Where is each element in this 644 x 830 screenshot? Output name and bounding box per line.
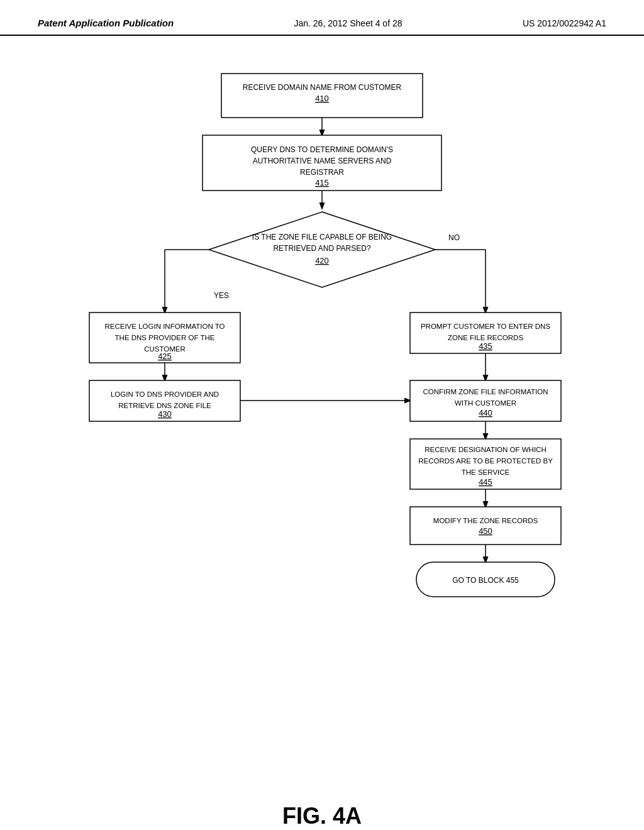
- svg-text:THE DNS PROVIDER OF THE: THE DNS PROVIDER OF THE: [115, 334, 215, 341]
- svg-text:RECEIVE DOMAIN NAME FROM CUSTO: RECEIVE DOMAIN NAME FROM CUSTOMER: [243, 83, 402, 92]
- header-date-sheet: Jan. 26, 2012 Sheet 4 of 28: [294, 18, 402, 28]
- svg-text:PROMPT CUSTOMER TO ENTER DNS: PROMPT CUSTOMER TO ENTER DNS: [421, 323, 551, 330]
- svg-text:440: 440: [479, 408, 492, 418]
- svg-text:GO TO BLOCK 455: GO TO BLOCK 455: [452, 576, 519, 585]
- svg-text:IS THE ZONE FILE CAPABLE OF BE: IS THE ZONE FILE CAPABLE OF BEING: [252, 233, 392, 241]
- flowchart-svg: RECEIVE DOMAIN NAME FROM CUSTOMER 410 QU…: [52, 61, 592, 753]
- svg-text:RECORDS ARE TO BE PROTECTED BY: RECORDS ARE TO BE PROTECTED BY: [418, 457, 553, 465]
- svg-text:CONFIRM ZONE FILE INFORMATION: CONFIRM ZONE FILE INFORMATION: [423, 388, 548, 396]
- svg-text:450: 450: [479, 526, 492, 536]
- svg-text:ZONE FILE RECORDS: ZONE FILE RECORDS: [448, 334, 523, 341]
- svg-text:NO: NO: [448, 233, 460, 242]
- svg-text:410: 410: [315, 94, 329, 103]
- svg-text:RECEIVE LOGIN INFORMATION TO: RECEIVE LOGIN INFORMATION TO: [104, 323, 225, 330]
- figure-caption: FIG. 4A: [0, 803, 644, 829]
- header-patent-number: US 2012/0022942 A1: [523, 18, 606, 28]
- svg-text:MODIFY THE ZONE RECORDS: MODIFY THE ZONE RECORDS: [433, 517, 538, 524]
- header-publication-label: Patent Application Publication: [38, 18, 174, 28]
- svg-text:415: 415: [315, 178, 329, 187]
- svg-text:AUTHORITATIVE NAME SERVERS AND: AUTHORITATIVE NAME SERVERS AND: [253, 157, 392, 165]
- svg-text:REGISTRAR: REGISTRAR: [300, 168, 344, 177]
- svg-text:435: 435: [479, 341, 492, 351]
- flowchart-container: RECEIVE DOMAIN NAME FROM CUSTOMER 410 QU…: [0, 36, 644, 790]
- svg-text:RECEIVE DESIGNATION OF WHICH: RECEIVE DESIGNATION OF WHICH: [425, 446, 546, 453]
- page: Patent Application Publication Jan. 26, …: [0, 0, 644, 830]
- svg-text:RETRIEVED AND PARSED?: RETRIEVED AND PARSED?: [273, 244, 370, 253]
- svg-text:430: 430: [158, 409, 172, 419]
- svg-text:445: 445: [479, 477, 492, 487]
- svg-text:425: 425: [158, 351, 172, 361]
- svg-text:YES: YES: [214, 291, 229, 300]
- svg-text:RETRIEVE DNS ZONE FILE: RETRIEVE DNS ZONE FILE: [118, 402, 211, 409]
- svg-text:QUERY DNS TO DETERMINE DOMAIN': QUERY DNS TO DETERMINE DOMAIN'S: [251, 145, 393, 154]
- svg-text:420: 420: [315, 256, 329, 265]
- svg-text:THE SERVICE: THE SERVICE: [462, 468, 510, 476]
- svg-text:WITH CUSTOMER: WITH CUSTOMER: [455, 399, 516, 407]
- svg-rect-47: [410, 507, 561, 545]
- header: Patent Application Publication Jan. 26, …: [0, 0, 644, 36]
- svg-text:LOGIN TO DNS PROVIDER AND: LOGIN TO DNS PROVIDER AND: [111, 390, 219, 398]
